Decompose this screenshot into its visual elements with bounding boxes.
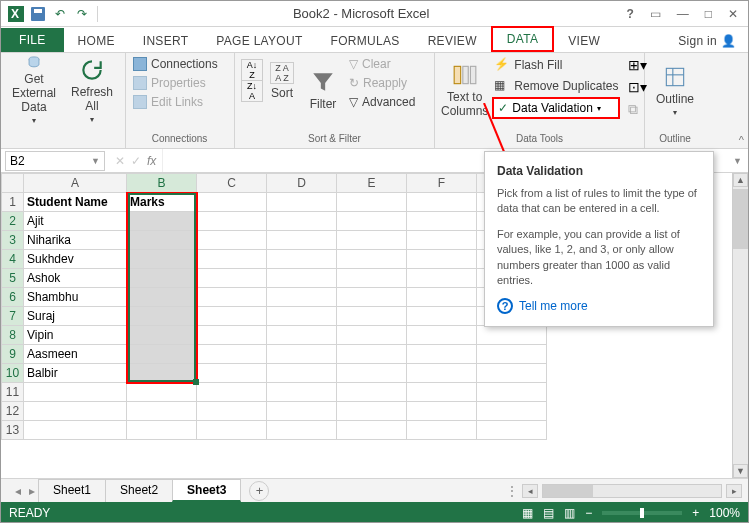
chevron-down-icon[interactable]: ▼ (91, 156, 100, 166)
close-icon[interactable]: ✕ (724, 5, 742, 23)
tab-data[interactable]: DATA (491, 26, 554, 52)
cell-F8[interactable] (407, 326, 477, 345)
cell-E10[interactable] (337, 364, 407, 383)
cell-D12[interactable] (267, 402, 337, 421)
cell-F5[interactable] (407, 269, 477, 288)
row-header-3[interactable]: 3 (2, 231, 24, 250)
cell-B7[interactable] (127, 307, 197, 326)
cell-F7[interactable] (407, 307, 477, 326)
cell-A8[interactable]: Vipin (24, 326, 127, 345)
tab-insert[interactable]: INSERT (129, 30, 203, 52)
advanced-item[interactable]: ▽Advanced (347, 93, 417, 111)
cell-E2[interactable] (337, 212, 407, 231)
cell-F3[interactable] (407, 231, 477, 250)
undo-icon[interactable]: ↶ (51, 5, 69, 23)
reapply-item[interactable]: ↻Reapply (347, 74, 417, 92)
cell-E5[interactable] (337, 269, 407, 288)
cell-A13[interactable] (24, 421, 127, 440)
cell-B1[interactable]: Marks (127, 193, 197, 212)
cell-C3[interactable] (197, 231, 267, 250)
cell-A11[interactable] (24, 383, 127, 402)
cell-D7[interactable] (267, 307, 337, 326)
data-validation-button[interactable]: ✓ Data Validation ▾ (492, 97, 620, 119)
select-all-corner[interactable] (2, 174, 24, 193)
sheet-tab-Sheet3[interactable]: Sheet3 (172, 479, 241, 502)
connections-item[interactable]: Connections (131, 55, 220, 73)
cell-B12[interactable] (127, 402, 197, 421)
cell-F9[interactable] (407, 345, 477, 364)
cell-B9[interactable] (127, 345, 197, 364)
cell-G8[interactable] (477, 326, 547, 345)
cell-B5[interactable] (127, 269, 197, 288)
scroll-left-icon[interactable]: ◂ (522, 484, 538, 498)
cell-B3[interactable] (127, 231, 197, 250)
clear-filter-item[interactable]: ▽Clear (347, 55, 417, 73)
save-icon[interactable] (29, 5, 47, 23)
dropdown-icon[interactable]: ▾ (597, 104, 601, 113)
vertical-scrollbar[interactable]: ▲ ▼ (732, 173, 748, 478)
cell-D10[interactable] (267, 364, 337, 383)
row-header-2[interactable]: 2 (2, 212, 24, 231)
maximize-icon[interactable]: □ (701, 5, 716, 23)
edit-links-item[interactable]: Edit Links (131, 93, 220, 111)
cell-C13[interactable] (197, 421, 267, 440)
cell-G11[interactable] (477, 383, 547, 402)
zoom-in-icon[interactable]: + (692, 506, 699, 520)
remove-duplicates-item[interactable]: ▦Remove Duplicates (492, 76, 620, 96)
cell-E12[interactable] (337, 402, 407, 421)
col-header-E[interactable]: E (337, 174, 407, 193)
cell-B6[interactable] (127, 288, 197, 307)
cell-A6[interactable]: Shambhu (24, 288, 127, 307)
cell-E13[interactable] (337, 421, 407, 440)
cell-E8[interactable] (337, 326, 407, 345)
view-page-break-icon[interactable]: ▥ (564, 506, 575, 520)
row-header-12[interactable]: 12 (2, 402, 24, 421)
text-to-columns-button[interactable]: Text to Columns (441, 55, 488, 125)
horizontal-scrollbar[interactable] (542, 484, 722, 498)
cell-E11[interactable] (337, 383, 407, 402)
cell-A1[interactable]: Student Name (24, 193, 127, 212)
row-header-13[interactable]: 13 (2, 421, 24, 440)
cell-E6[interactable] (337, 288, 407, 307)
get-external-data-button[interactable]: Get External Data▾ (7, 55, 61, 125)
zoom-slider[interactable] (602, 511, 682, 515)
expand-formula-bar-icon[interactable]: ▼ (727, 156, 748, 166)
row-header-7[interactable]: 7 (2, 307, 24, 326)
cell-D5[interactable] (267, 269, 337, 288)
cell-G10[interactable] (477, 364, 547, 383)
sign-in[interactable]: Sign in 👤 (664, 30, 748, 52)
filter-button[interactable]: Filter (303, 55, 343, 125)
outline-button[interactable]: Outline▾ (651, 55, 699, 125)
cell-F2[interactable] (407, 212, 477, 231)
tab-review[interactable]: REVIEW (414, 30, 491, 52)
col-header-F[interactable]: F (407, 174, 477, 193)
row-header-9[interactable]: 9 (2, 345, 24, 364)
minimize-icon[interactable]: — (673, 5, 693, 23)
tab-formulas[interactable]: FORMULAS (317, 30, 414, 52)
row-header-5[interactable]: 5 (2, 269, 24, 288)
row-header-6[interactable]: 6 (2, 288, 24, 307)
cell-A7[interactable]: Suraj (24, 307, 127, 326)
cell-E1[interactable] (337, 193, 407, 212)
cell-F1[interactable] (407, 193, 477, 212)
add-sheet-button[interactable]: + (249, 481, 269, 501)
cell-D9[interactable] (267, 345, 337, 364)
cell-E7[interactable] (337, 307, 407, 326)
cell-C10[interactable] (197, 364, 267, 383)
cell-F11[interactable] (407, 383, 477, 402)
col-header-C[interactable]: C (197, 174, 267, 193)
sheet-nav-next-icon[interactable]: ▸ (25, 484, 39, 498)
fx-icon[interactable]: fx (147, 154, 156, 168)
ribbon-options-icon[interactable]: ▭ (646, 5, 665, 23)
tab-page-layout[interactable]: PAGE LAYOUT (202, 30, 316, 52)
cell-E9[interactable] (337, 345, 407, 364)
cell-B10[interactable] (127, 364, 197, 383)
cell-A3[interactable]: Niharika (24, 231, 127, 250)
zoom-out-icon[interactable]: − (585, 506, 592, 520)
zoom-level[interactable]: 100% (709, 506, 740, 520)
cell-D4[interactable] (267, 250, 337, 269)
name-box[interactable]: B2▼ (5, 151, 105, 171)
tab-view[interactable]: VIEW (554, 30, 614, 52)
cancel-icon[interactable]: ✕ (115, 154, 125, 168)
sort-desc-icon[interactable]: Z↓A (241, 80, 263, 102)
